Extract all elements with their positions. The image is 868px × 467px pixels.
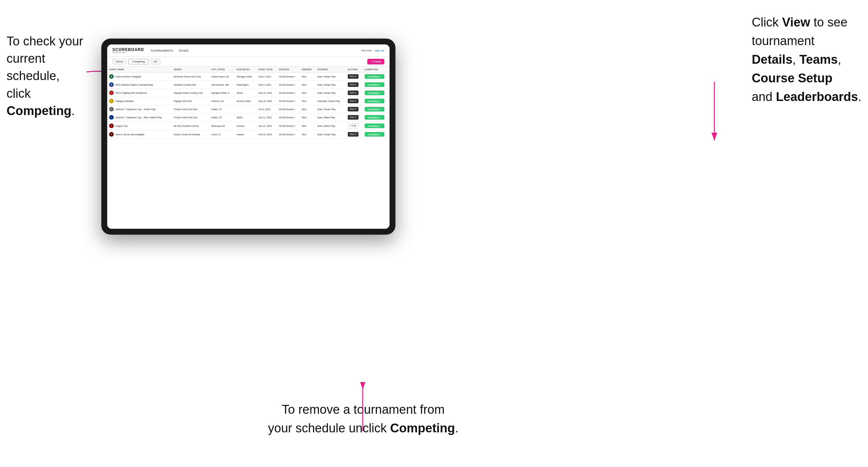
gender-cell: Men [300, 114, 315, 122]
division-cell: NCAA Division I [277, 97, 300, 105]
scoring-cell: individual, Stroke Play [315, 97, 345, 105]
competing-button[interactable]: Competing ✓ [365, 82, 384, 87]
competing-button[interactable]: Competing ✓ [365, 107, 384, 112]
hosted-cell: Arizona [235, 122, 256, 130]
scoring-cell: team, Stroke Play [315, 89, 345, 97]
create-button[interactable]: + Create [367, 59, 384, 64]
view-button[interactable]: View ⊙ [348, 82, 359, 87]
event-name-cell: MFolds of Honor Collegiate [107, 72, 172, 81]
event-name-cell: JJackson T. Stephens Cup – Stroke Play [107, 105, 172, 114]
competing-cell: Competing ✓ [363, 105, 390, 114]
col-event-name: EVENT NAME [107, 67, 172, 72]
logo-sub: Powered by clippi [113, 52, 144, 53]
tablet: SCOREBOARD Powered by clippi TOURNAMENTS… [101, 38, 396, 235]
edit-button[interactable]: ✎ Edit [348, 123, 359, 128]
table-row: ACopper CupAk-Chin Southern DunesMaricop… [107, 122, 390, 130]
competing-button[interactable]: Competing ✓ [365, 74, 384, 79]
venue-cell: Ocean Course At Hokuala [172, 130, 209, 138]
event-name: Folds of Honor Collegiate [115, 75, 141, 78]
venue-cell: Sahalee Country Club [172, 81, 209, 89]
competing-button[interactable]: Competing ✓ [365, 115, 384, 120]
arrow-bottom [358, 382, 368, 434]
col-competing: COMPETING [363, 67, 390, 72]
table-header-row: EVENT NAME VENUE CITY, STATE HOSTED BY S… [107, 67, 390, 72]
annotation-right-teams: Teams [799, 53, 838, 66]
view-button[interactable]: View ⊙ [348, 99, 359, 103]
filter-competing[interactable]: Competing [128, 59, 148, 64]
gender-cell: Men [300, 105, 315, 114]
gender-cell: Men [300, 130, 315, 138]
division-cell: NCAA Division I [277, 89, 300, 97]
table-row: JJackson T. Stephens Cup – Stroke PlayTr… [107, 105, 390, 114]
competing-cell: Competing ✓ [363, 89, 390, 97]
filter-all[interactable]: All [150, 59, 160, 64]
col-hosted-by: HOSTED BY [235, 67, 256, 72]
team-logo: J [109, 115, 114, 120]
annotation-right-details: Details [752, 53, 793, 66]
gender-cell: Men [300, 89, 315, 97]
hosted-cell: Illinois [235, 89, 256, 97]
view-button[interactable]: View ⊙ [348, 107, 359, 112]
annotation-top-right: Click View to see tournament Details, Te… [752, 13, 862, 106]
nav-tournaments[interactable]: TOURNAMENTS [151, 49, 173, 52]
hosted-cell: Hawaii [235, 130, 256, 138]
city-cell: Lihue, HI [210, 130, 235, 138]
city-cell: Dallas, TX [210, 114, 235, 122]
scoreboard-logo: SCOREBOARD Powered by clippi [113, 48, 144, 53]
table-row: PPapago IndividualPapago Golf ClubPhoeni… [107, 97, 390, 105]
competing-button[interactable]: Competing ✓ [365, 99, 384, 103]
actions-cell: View ⊙ [346, 72, 363, 81]
view-button[interactable]: View ⊙ [348, 132, 359, 136]
competing-cell: Competing ✓ [363, 114, 390, 122]
event-name-cell: PPapago Individual [107, 97, 172, 105]
division-cell: NCAA Division I [277, 105, 300, 114]
scoring-cell: team, Match Play [315, 114, 345, 122]
view-button[interactable]: View ⊙ [348, 91, 359, 95]
event-name-cell: HJohn A. Burns Intercollegiate [107, 130, 172, 138]
view-button[interactable]: View ⊙ [348, 74, 359, 79]
gender-cell: Men [300, 122, 315, 130]
view-button[interactable]: View ⊙ [348, 115, 359, 120]
col-start-date: START DATE [256, 67, 277, 72]
nav-right: Test User Sign out [361, 49, 384, 52]
start-cell: Oct 11, 2023 [256, 114, 277, 122]
annotation-right-leaderboards: Leaderboards [776, 90, 858, 103]
event-name: John A. Burns Intercollegiate [115, 133, 145, 136]
division-cell: NCAA Division I [277, 122, 300, 130]
annotation-right-view: View [782, 15, 810, 29]
table-row: HJohn A. Burns IntercollegiateOcean Cour… [107, 130, 390, 138]
competing-button[interactable]: Competing ✓ [365, 132, 384, 136]
actions-cell: View ⊙ [346, 105, 363, 114]
division-cell: NCAA Division I [277, 130, 300, 138]
hosted-cell: Arizona State [235, 97, 256, 105]
gender-cell: Men [300, 97, 315, 105]
col-venue: VENUE [172, 67, 209, 72]
hosted-cell: Michigan State [235, 72, 256, 81]
city-cell: Sammamish, WA [210, 81, 235, 89]
start-cell: Jan 14, 2024 [256, 122, 277, 130]
hosted-cell: ABAC [235, 114, 256, 122]
col-actions: ACTIONS [346, 67, 363, 72]
gender-cell: Men [300, 72, 315, 81]
actions-cell: View ⊙ [346, 97, 363, 105]
team-logo: A [109, 124, 114, 128]
competing-cell: Competing ✓ [363, 72, 390, 81]
nav-signout[interactable]: Sign out [375, 49, 384, 52]
division-cell: NCAA Division I [277, 72, 300, 81]
filter-home[interactable]: Home [113, 59, 126, 64]
event-name-cell: JJackson T. Stephens Cup – Men's Match P… [107, 114, 172, 122]
actions-cell: View ⊙ [346, 81, 363, 89]
event-name: OFCC Fighting Illini Invitational [115, 92, 147, 94]
competing-button[interactable]: Competing ✓ [365, 91, 384, 95]
competing-button[interactable]: Competing ✓ [365, 124, 384, 128]
start-cell: Feb 15, 2024 [256, 130, 277, 138]
division-cell: NCAA Division I [277, 114, 300, 122]
table-row: W2023 Sahalee Players ChampionshipSahale… [107, 81, 390, 89]
division-cell: NCAA Division I [277, 81, 300, 89]
start-cell: Sep 15, 2023 [256, 89, 277, 97]
scoring-cell: team, Stroke Play [315, 72, 345, 81]
team-logo: J [109, 107, 114, 112]
nav-teams[interactable]: TEAMS [179, 49, 189, 52]
filter-bar: Home Competing All + Create [107, 57, 390, 67]
table-row: IOFCC Fighting Illini InvitationalOlympi… [107, 89, 390, 97]
